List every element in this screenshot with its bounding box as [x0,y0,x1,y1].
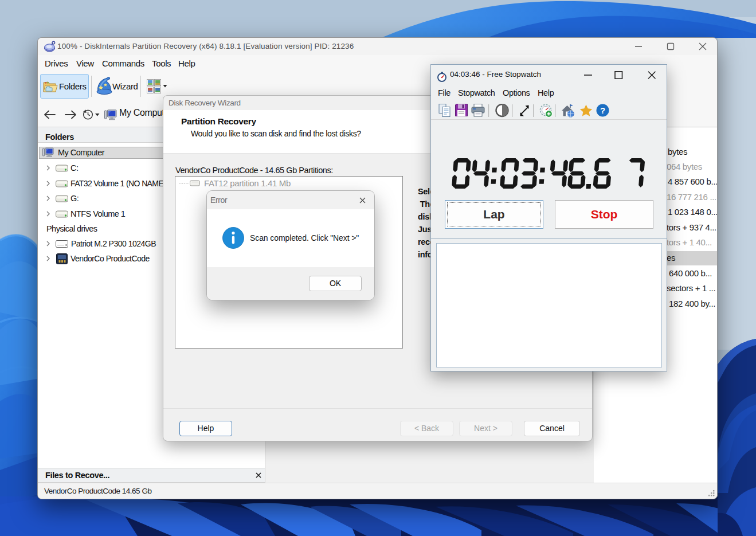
svg-text:?: ? [600,105,605,115]
